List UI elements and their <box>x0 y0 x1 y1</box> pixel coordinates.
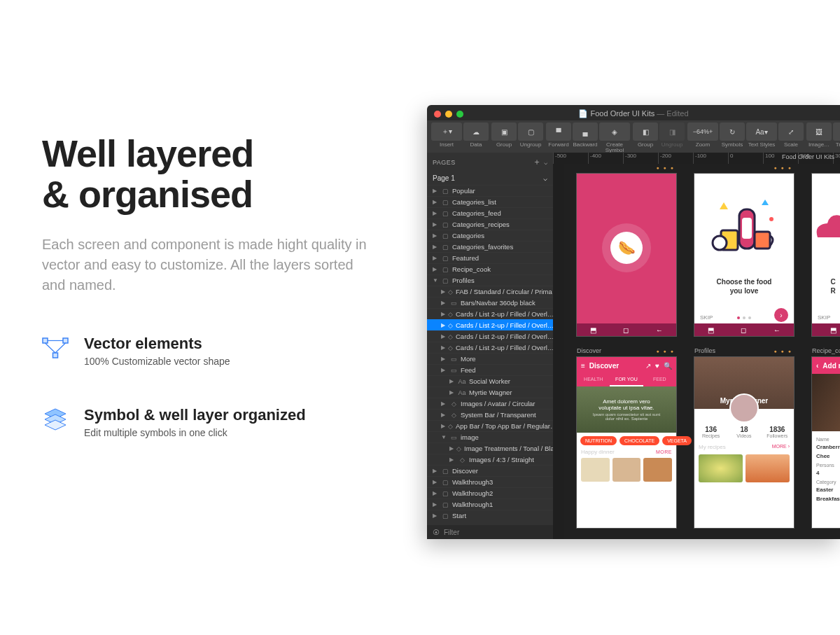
artboard-discover[interactable]: ● ● ● ≡ Discover ↗ ♥ 🔍 HEALTH FOR YOU FE… <box>577 357 676 528</box>
artboard-walkthrough1[interactable]: ● ● ● Choose the foodyou love SKIP › ⬒◻← <box>694 174 794 336</box>
layer-row[interactable]: ▶▢Featured <box>427 252 553 263</box>
avatar[interactable] <box>729 393 759 423</box>
artboard-start[interactable]: ● ● ● 🌭 ⬒◻← <box>577 174 676 336</box>
layer-row[interactable]: ▶▢Start <box>427 510 553 521</box>
svg-point-9 <box>769 217 774 221</box>
filter-input[interactable]: ⦿ Filter <box>427 525 553 539</box>
symbols-button[interactable]: ↻ <box>720 123 745 141</box>
layer-row[interactable]: ▶▭Feed <box>427 364 553 375</box>
promo-lead: Each screen and component is made hight … <box>42 235 378 295</box>
layer-row[interactable]: ▶▢Discover <box>427 465 553 476</box>
layer-row[interactable]: ▶▢Walkthrough1 <box>427 498 553 510</box>
artboard-handles-icon: ● ● ● <box>774 349 792 354</box>
promo-headline: Well layered & organised <box>42 133 406 215</box>
layer-row[interactable]: ▶▢Categories_feed <box>427 207 553 218</box>
feature-title: Vector elements <box>84 335 230 353</box>
layer-row[interactable]: ▶▢Categories_list <box>427 196 553 207</box>
ruler-horizontal: -500-400-300-200-1000100200300Food Order… <box>553 153 840 164</box>
close-icon[interactable] <box>434 111 441 118</box>
skip-button[interactable]: SKIP <box>818 314 830 321</box>
insert-button[interactable]: ＋▾ <box>431 123 462 141</box>
svg-marker-8 <box>45 420 66 430</box>
layer-row[interactable]: ▶◇Cards / List 2-up / Filled / Overl… <box>427 330 553 342</box>
heart-icon[interactable]: ♥ <box>655 362 659 370</box>
layer-row[interactable]: ▶▢Walkthrough3 <box>427 476 553 487</box>
data-button[interactable]: ☁ <box>463 123 489 141</box>
image-button[interactable]: 🖼 <box>806 123 832 141</box>
hero-card[interactable]: Amet dolorem vero voluptate ut ipsa vita… <box>577 386 676 433</box>
share-icon[interactable]: ↗ <box>645 362 651 370</box>
forward-button[interactable]: ▀ <box>546 123 571 141</box>
layer-row[interactable]: ▶◇Image Treatments / Tonal / Bla… <box>427 442 553 454</box>
layer-row[interactable]: ▶◇App Bar / Top App Bar / Regular… <box>427 420 553 431</box>
layer-row[interactable]: ▶▢Popular <box>427 185 553 196</box>
feature-title: Symbol & well layer organized <box>84 406 306 424</box>
recipe-hero-image <box>812 374 840 431</box>
zoom-control[interactable]: − 64% + <box>687 123 718 141</box>
pages-chevron-icon[interactable]: ⌵ <box>544 159 548 166</box>
layer-row[interactable]: ▶▢Categories_recipes <box>427 218 553 230</box>
layer-row[interactable]: ▶▢Categories <box>427 230 553 241</box>
tab-bar[interactable]: HEALTH FOR YOU FEED <box>577 374 676 386</box>
chip[interactable]: VEGETA <box>662 436 692 445</box>
tab-for-you[interactable]: FOR YOU <box>610 374 643 386</box>
layer-row[interactable]: ▶AaSocial Worker <box>427 375 553 386</box>
menu-icon[interactable]: ≡ <box>581 362 585 370</box>
thumbnail-row <box>694 452 794 485</box>
feature-sub: 100% Customizable vector shape <box>84 356 230 367</box>
triangle-button[interactable]: △ <box>833 123 840 141</box>
skip-button[interactable]: SKIP <box>700 314 713 321</box>
layer-row[interactable]: ▶AaMyrtie Wagner <box>427 386 553 398</box>
add-page-button[interactable]: ＋ <box>533 157 542 167</box>
layer-row[interactable]: ▶◇Images / Avatar / Circular <box>427 398 553 409</box>
more-link[interactable]: MORE › <box>772 444 790 450</box>
search-icon[interactable]: 🔍 <box>664 362 672 370</box>
layer-row[interactable]: ▶◇FAB / Standard / Circular / Prima… <box>427 286 553 297</box>
tab-feed[interactable]: FEED <box>643 374 676 386</box>
window-traffic-lights[interactable] <box>434 111 463 118</box>
pages-header: PAGES ＋ ⌵ <box>427 153 553 172</box>
layer-row[interactable]: ▶◇Cards / List 2-up / Filled / Overl… <box>427 342 553 353</box>
layer-row[interactable]: ▶▭More <box>427 353 553 364</box>
feature-vector: Vector elements 100% Customizable vector… <box>42 335 406 367</box>
walkthrough-caption: CR <box>812 277 840 295</box>
artboard-profiles[interactable]: ● ● ● Myrtie Wagner 136Recipes 18Videos … <box>694 357 794 528</box>
android-navbar: ⬒◻← <box>694 323 794 336</box>
scale-button[interactable]: ⤢ <box>778 123 804 141</box>
cloud-illustration-icon <box>812 192 840 269</box>
layer-row[interactable]: ▶▢Recipe_cook <box>427 263 553 274</box>
layer-row[interactable]: ▶◇System Bar / Transparent <box>427 409 553 420</box>
chip[interactable]: CHOCOLATE <box>620 436 659 445</box>
backward-button[interactable]: ▄ <box>573 123 598 141</box>
layer-row[interactable]: ▶▢Categories_favorites <box>427 241 553 252</box>
more-link[interactable]: MORE <box>656 449 672 454</box>
layer-row[interactable]: ▶◇Cards / List 2-up / Filled / Overl… <box>427 308 553 319</box>
back-icon[interactable]: ‹ <box>816 362 818 370</box>
layer-list: ▶▢Popular▶▢Categories_list▶▢Categories_f… <box>427 185 553 521</box>
layer-row[interactable]: ▼▭image <box>427 431 553 442</box>
ungroup2-button[interactable]: ◨ <box>659 123 685 141</box>
layer-row[interactable]: ▶▭Bars/Navbar 360dp black <box>427 297 553 308</box>
create-symbol-button[interactable]: ◈ <box>599 123 630 141</box>
page-selector[interactable]: Page 1⌵ <box>427 172 553 185</box>
canvas[interactable]: ● ● ● 🌭 ⬒◻← ● ● ● Choose the foodyou lov… <box>564 164 840 539</box>
artboard-handles-icon: ● ● ● <box>774 165 792 170</box>
layer-row[interactable]: ▶◇Images / 4:3 / Straight <box>427 454 553 465</box>
chip[interactable]: NUTRITION <box>580 436 617 445</box>
tab-health[interactable]: HEALTH <box>577 374 610 386</box>
layer-row[interactable]: ▼▢Profiles <box>427 274 553 286</box>
text-styles-button[interactable]: Aa▾ <box>746 123 777 141</box>
artboard-walkthrough2[interactable]: CR SKIP ⬒ <box>812 174 840 336</box>
zoom-icon[interactable] <box>456 111 463 118</box>
profile-stats: 136Recipes 18Videos 1836Followers <box>694 426 794 438</box>
artboard-recipe-cook[interactable]: ‹Add re NameCranberry Chee Persons4 Cate… <box>812 357 840 528</box>
group-button[interactable]: ▣ <box>491 123 517 141</box>
ungroup-button[interactable]: ▢ <box>518 123 543 141</box>
layer-row[interactable]: ▶▢Walkthrough2 <box>427 487 553 498</box>
minimize-icon[interactable] <box>445 111 452 118</box>
layer-row[interactable]: ▶◇Cards / List 2-up / Filled / Overl… <box>427 319 553 330</box>
next-fab[interactable]: › <box>774 308 788 322</box>
group2-button[interactable]: ◧ <box>633 123 658 141</box>
feature-sub: Edit multiple symbols in one click <box>84 427 306 438</box>
toolbar: ＋▾Insert ☁Data ▣Group ▢Ungroup ▀Forward … <box>427 120 840 153</box>
